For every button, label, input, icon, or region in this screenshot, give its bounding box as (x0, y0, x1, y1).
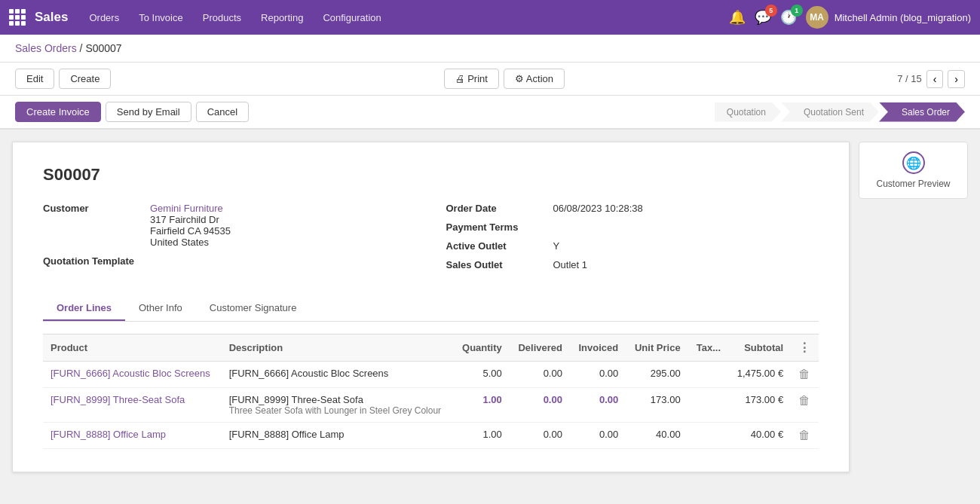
col-actions-header: ⋮ (791, 334, 819, 362)
status-quotation: Quotation (715, 102, 781, 122)
order-date-label: Order Date (446, 203, 544, 214)
pagination-text: 7 / 15 (897, 73, 922, 84)
col-quantity: Quantity (453, 334, 509, 362)
print-icon: 🖨 (455, 73, 465, 84)
cell-description: [FURN_8999] Three-Seat SofaThree Seater … (222, 388, 454, 423)
table-more-icon[interactable]: ⋮ (798, 341, 810, 354)
nav-links: Orders To Invoice Products Reporting Con… (80, 8, 724, 28)
bell-icon[interactable]: 🔔 (729, 9, 746, 26)
app-logo[interactable]: Sales (9, 9, 68, 26)
status-steps: Quotation Quotation Sent Sales Order (715, 102, 965, 122)
cell-product: [FURN_8888] Office Lamp (43, 423, 222, 449)
chat-icon[interactable]: 💬 5 (755, 9, 771, 26)
gear-icon: ⚙ (515, 73, 524, 84)
doc-right-fields: Order Date 06/08/2023 10:28:38 Payment T… (446, 203, 819, 278)
delete-icon[interactable]: 🗑 (798, 429, 810, 441)
col-tax: Tax... (688, 334, 728, 362)
order-number: S00007 (43, 165, 819, 185)
nav-configuration[interactable]: Configuration (314, 8, 390, 28)
breadcrumb-current: S00007 (85, 42, 121, 54)
customer-preview-button[interactable]: 🌐 Customer Preview (859, 142, 968, 199)
edit-button[interactable]: Edit (15, 69, 54, 89)
col-delivered: Delivered (510, 334, 570, 362)
doc-left-fields: Customer Gemini Furniture 317 Fairchild … (43, 203, 416, 278)
order-lines-table: Product Description Quantity Delivered I… (43, 334, 819, 449)
cell-tax (688, 362, 728, 388)
cell-quantity: 5.00 (453, 362, 509, 388)
avatar: MA (806, 6, 828, 29)
cell-delivered: 0.00 (510, 388, 570, 423)
product-link[interactable]: [FURN_6666] Acoustic Bloc Screens (51, 368, 210, 379)
nav-orders[interactable]: Orders (80, 8, 128, 28)
cell-tax (688, 423, 728, 449)
table-row: [FURN_8999] Three-Seat Sofa [FURN_8999] … (43, 388, 819, 423)
col-subtotal: Subtotal (728, 334, 791, 362)
cell-invoiced: 0.00 (570, 388, 626, 423)
active-outlet-label: Active Outlet (446, 240, 544, 252)
cell-product: [FURN_8999] Three-Seat Sofa (43, 388, 222, 423)
cell-subtotal: 173.00 € (728, 388, 791, 423)
chat-badge: 5 (765, 5, 777, 17)
document-fields: Customer Gemini Furniture 317 Fairchild … (43, 203, 819, 278)
cell-subtotal: 1,475.00 € (728, 362, 791, 388)
print-button[interactable]: 🖨 Print (444, 69, 499, 89)
product-link[interactable]: [FURN_8888] Office Lamp (51, 429, 166, 440)
clock-badge: 1 (791, 5, 803, 17)
cell-row-action[interactable]: 🗑 (791, 388, 819, 423)
tab-order-lines[interactable]: Order Lines (43, 296, 125, 321)
nav-right-section: 🔔 💬 5 🕐 1 MA Mitchell Admin (blog_migrat… (729, 6, 971, 29)
table-row: [FURN_6666] Acoustic Bloc Screens [FURN_… (43, 362, 819, 388)
payment-terms-label: Payment Terms (446, 221, 544, 233)
delete-icon[interactable]: 🗑 (798, 394, 810, 407)
app-name: Sales (35, 10, 68, 25)
send-email-button[interactable]: Send by Email (106, 102, 191, 122)
quotation-template-field: Quotation Template (43, 255, 416, 267)
nav-to-invoice[interactable]: To Invoice (130, 8, 192, 28)
cell-invoiced: 0.00 (570, 423, 626, 449)
customer-name[interactable]: Gemini Furniture (150, 203, 231, 214)
sales-outlet-label: Sales Outlet (446, 259, 544, 270)
cancel-button[interactable]: Cancel (196, 102, 249, 122)
tab-other-info[interactable]: Other Info (125, 296, 196, 321)
clock-icon[interactable]: 🕐 1 (780, 9, 797, 26)
top-navigation: Sales Orders To Invoice Products Reporti… (0, 0, 980, 35)
payment-terms-field: Payment Terms (446, 221, 819, 233)
cell-delivered: 0.00 (510, 423, 570, 449)
order-date-value: 06/08/2023 10:28:38 (553, 203, 643, 214)
tab-customer-signature[interactable]: Customer Signature (196, 296, 311, 321)
action-bar: Edit Create 🖨 Print ⚙ Action 7 / 15 ‹ › (0, 63, 980, 96)
product-link[interactable]: [FURN_8999] Three-Seat Sofa (51, 394, 185, 405)
cell-subtotal: 40.00 € (728, 423, 791, 449)
cell-row-action[interactable]: 🗑 (791, 362, 819, 388)
cell-unit-price: 173.00 (626, 388, 688, 423)
table-row: [FURN_8888] Office Lamp [FURN_8888] Offi… (43, 423, 819, 449)
main-area: S00007 Customer Gemini Furniture 317 Fai… (0, 130, 980, 484)
sales-outlet-value: Outlet 1 (553, 259, 588, 270)
cell-row-action[interactable]: 🗑 (791, 423, 819, 449)
customer-preview-panel: 🌐 Customer Preview (859, 142, 968, 472)
breadcrumb-parent[interactable]: Sales Orders (15, 42, 77, 54)
order-date-field: Order Date 06/08/2023 10:28:38 (446, 203, 819, 214)
cell-description: [FURN_8888] Office Lamp (222, 423, 454, 449)
cell-invoiced: 0.00 (570, 362, 626, 388)
cell-unit-price: 40.00 (626, 423, 688, 449)
delete-icon[interactable]: 🗑 (798, 368, 810, 380)
cell-product: [FURN_6666] Acoustic Bloc Screens (43, 362, 222, 388)
cell-quantity: 1.00 (453, 388, 509, 423)
create-button[interactable]: Create (59, 69, 111, 89)
col-description: Description (222, 334, 454, 362)
globe-icon: 🌐 (902, 151, 925, 174)
sales-outlet-field: Sales Outlet Outlet 1 (446, 259, 819, 270)
col-unit-price: Unit Price (626, 334, 688, 362)
prev-page-button[interactable]: ‹ (926, 70, 944, 88)
nav-products[interactable]: Products (194, 8, 250, 28)
next-page-button[interactable]: › (948, 70, 965, 88)
user-menu[interactable]: MA Mitchell Admin (blog_migration) (806, 6, 971, 29)
col-invoiced: Invoiced (570, 334, 626, 362)
grid-icon (9, 9, 26, 26)
create-invoice-button[interactable]: Create Invoice (15, 102, 101, 122)
nav-reporting[interactable]: Reporting (252, 8, 312, 28)
tabs-bar: Order Lines Other Info Customer Signatur… (43, 296, 819, 322)
action-button[interactable]: ⚙ Action (504, 69, 565, 89)
customer-field: Customer Gemini Furniture 317 Fairchild … (43, 203, 416, 248)
